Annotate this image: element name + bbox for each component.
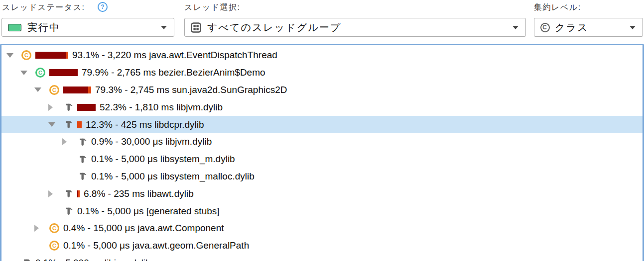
collapse-toggle-icon[interactable] — [34, 87, 49, 92]
tree-row[interactable]: 0.9% - 30,000 μs libjvm.dylib — [1, 133, 643, 151]
expand-toggle-icon[interactable] — [34, 225, 49, 232]
aggregation-level-select[interactable]: C クラス — [534, 18, 643, 37]
tree-row[interactable]: C79.3% - 2,745 ms sun.java2d.SunGraphics… — [1, 82, 643, 99]
native-library-icon — [63, 102, 73, 112]
native-library-icon — [63, 189, 73, 199]
class-icon: C — [49, 85, 59, 95]
tree-row-label: 0.1% - 5,000 μs libsystem_m.dylib — [91, 154, 235, 165]
tree-row-label: 0.1% - 5,000 μs libjvm.dylib — [35, 258, 151, 261]
time-bar-total — [63, 87, 88, 93]
tree-row-label: 93.1% - 3,220 ms java.awt.EventDispatchT… — [72, 50, 277, 61]
thread-selection-select[interactable]: すべてのスレッドグループ — [184, 18, 526, 37]
tree-row[interactable]: 52.3% - 1,810 ms libjvm.dylib — [1, 98, 643, 116]
time-bar — [35, 52, 68, 59]
tree-row[interactable]: 0.1% - 5,000 μs libsystem_malloc.dylib — [1, 168, 643, 185]
tree-row-label: 6.8% - 235 ms libawt.dylib — [84, 188, 194, 199]
class-icon: C — [21, 50, 31, 60]
native-library-icon — [77, 172, 87, 181]
time-bar-total — [49, 69, 78, 76]
thread-status-value: 実行中 — [27, 21, 60, 34]
time-bar — [77, 104, 96, 111]
tree-row[interactable]: 0.1% - 5,000 μs libsystem_m.dylib — [1, 151, 643, 168]
collapse-toggle-icon[interactable] — [20, 71, 35, 75]
thread-groups-icon — [191, 22, 201, 33]
native-library-icon — [77, 154, 87, 164]
thread-selection-value: すべてのスレッドグループ — [207, 21, 341, 34]
time-bar-self — [88, 87, 91, 93]
tree-row-label: 0.4% - 15,000 μs java.awt.Component — [63, 223, 224, 234]
tree-row-label: 12.3% - 425 ms libdcpr.dylib — [86, 119, 204, 130]
help-icon[interactable]: ? — [98, 2, 108, 12]
collapse-toggle-icon[interactable] — [6, 53, 21, 58]
class-icon-green: C — [35, 68, 45, 78]
tree-row-label: 52.3% - 1,810 ms libjvm.dylib — [100, 102, 223, 113]
tree-row-label: 0.1% - 5,000 μs [generated stubs] — [77, 206, 220, 217]
class-icon: C — [49, 223, 59, 233]
call-tree-panel: C93.1% - 3,220 ms java.awt.EventDispatch… — [0, 44, 644, 261]
time-bar-total — [35, 52, 66, 59]
tree-row-label: 0.9% - 30,000 μs libjvm.dylib — [91, 136, 212, 147]
class-level-icon: C — [540, 23, 550, 32]
running-status-icon — [8, 24, 21, 31]
expand-toggle-icon[interactable] — [62, 138, 77, 145]
chevron-down-icon — [513, 26, 518, 29]
time-bar-self — [77, 121, 82, 128]
thread-status-select[interactable]: 実行中 — [1, 18, 174, 37]
collapse-toggle-icon[interactable] — [48, 122, 63, 127]
native-library-icon — [77, 137, 87, 147]
time-bar — [77, 121, 82, 128]
time-bar — [63, 87, 91, 93]
tree-row[interactable]: C79.9% - 2,765 ms bezier.BezierAnim$Demo — [1, 64, 643, 82]
aggregation-level-value: クラス — [555, 21, 588, 34]
tree-row[interactable]: C0.4% - 15,000 μs java.awt.Component — [1, 220, 643, 237]
tree-row[interactable]: 0.1% - 5,000 μs [generated stubs] — [1, 202, 643, 220]
time-bar — [77, 190, 80, 197]
expand-toggle-icon[interactable] — [48, 190, 63, 197]
tree-row[interactable]: C93.1% - 3,220 ms java.awt.EventDispatch… — [1, 47, 643, 64]
native-library-icon — [63, 206, 73, 216]
tree-row[interactable]: C0.1% - 5,000 μs java.awt.geom.GeneralPa… — [1, 237, 643, 255]
tree-row-label: 79.9% - 2,765 ms bezier.BezierAnim$Demo — [82, 67, 265, 78]
time-bar-self — [78, 190, 80, 197]
native-library-icon — [63, 120, 73, 130]
tree-row[interactable]: 12.3% - 425 ms libdcpr.dylib — [1, 116, 643, 133]
expand-toggle-icon[interactable] — [48, 104, 63, 111]
chevron-down-icon — [630, 26, 636, 29]
aggregation-level-label: 集約レベル: — [534, 2, 581, 13]
native-library-icon — [21, 258, 31, 261]
tree-row-label: 79.3% - 2,745 ms sun.java2d.SunGraphics2… — [95, 85, 287, 95]
call-tree: C93.1% - 3,220 ms java.awt.EventDispatch… — [1, 45, 643, 261]
tree-row[interactable]: 6.8% - 235 ms libawt.dylib — [1, 185, 643, 202]
chevron-down-icon — [161, 26, 167, 29]
thread-selection-label: スレッド選択: — [184, 2, 240, 13]
tree-row[interactable]: 0.1% - 5,000 μs libjvm.dylib — [1, 255, 643, 261]
tree-row-label: 0.1% - 5,000 μs libsystem_malloc.dylib — [91, 171, 255, 182]
thread-status-label: スレッドステータス: — [2, 2, 85, 13]
time-bar-total — [77, 104, 96, 111]
time-bar — [49, 69, 78, 76]
time-bar-self — [66, 52, 68, 59]
tree-row-label: 0.1% - 5,000 μs java.awt.geom.GeneralPat… — [63, 240, 249, 251]
class-icon: C — [49, 241, 59, 251]
